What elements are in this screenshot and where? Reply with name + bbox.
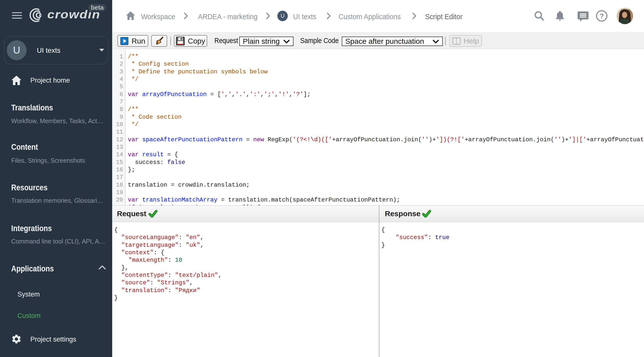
svg-text:?: ? bbox=[600, 12, 604, 20]
